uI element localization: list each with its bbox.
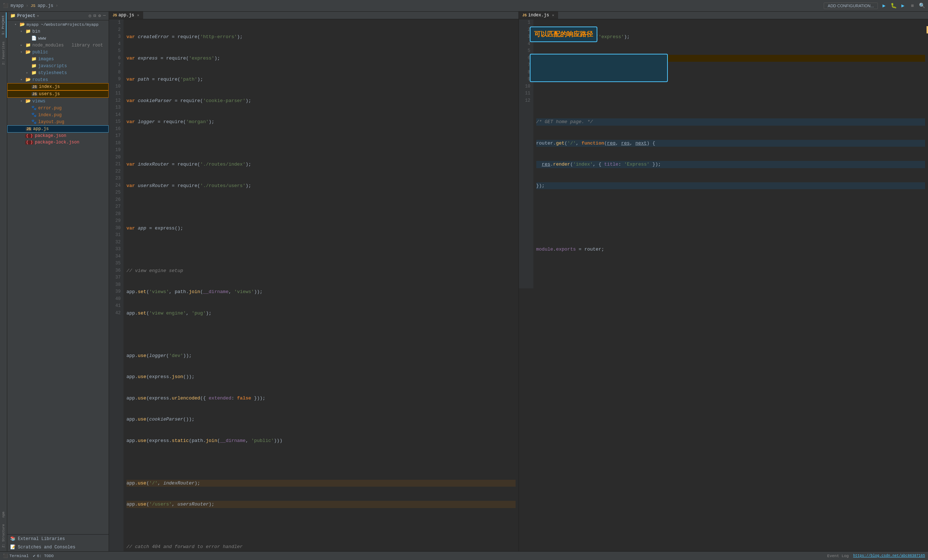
sidebar-item-javascripts[interactable]: ▾ 📁 javascripts [7, 62, 108, 69]
sidebar-item-www[interactable]: ▾ 📄 www [7, 35, 108, 42]
right-code-editor[interactable]: 可以匹配的响应路径 123456789101112 var express = … [519, 19, 928, 551]
label-package-json: package.json [35, 133, 66, 138]
js-icon-usersjs: JS [32, 92, 37, 96]
todo-label: 6: TODO [37, 554, 53, 558]
sidebar-item-images[interactable]: ▾ 📁 images [7, 56, 108, 62]
project-icon: ⬛ [3, 3, 8, 8]
label-index-js: index.js [39, 84, 60, 89]
code-line-24 [127, 522, 516, 530]
sidebar-item-app-js[interactable]: ▾ JS app.js [7, 125, 108, 132]
json-icon-pkg: { } [26, 134, 34, 138]
label-scratches: Scratches and Consoles [18, 545, 75, 550]
left-tab-appjs[interactable]: JS app.js ✕ [109, 12, 143, 19]
sidebar-item-routes[interactable]: ▾ 📂 routes [7, 76, 108, 83]
sidebar-item-package-lock-json[interactable]: ▾ { } package-lock.json [7, 139, 108, 146]
left-tab-close[interactable]: ✕ [137, 13, 139, 17]
r-code-line-2: var router = express.Router(); [536, 55, 925, 62]
sidebar-item-views[interactable]: ▾ 📂 views [7, 98, 108, 105]
add-config-button[interactable]: ADD CONFIGURATION... [824, 3, 878, 9]
left-pane-tabs: JS app.js ✕ [109, 12, 519, 19]
collapse-icon[interactable]: ⊟ [93, 13, 96, 18]
npm-tab[interactable]: npm [1, 509, 6, 520]
favorites-tab[interactable]: 2: Favorites [1, 38, 6, 68]
breadcrumb-appjs[interactable]: app.js [37, 3, 53, 8]
folder-icon: 📁 [10, 13, 15, 18]
code-line-2: var express = require('express'); [127, 55, 516, 62]
folder-icon-node-modules: 📁 [26, 43, 31, 48]
label-javascripts: javascripts [38, 64, 67, 68]
label-layout-pug: layout.pug [38, 119, 64, 125]
left-code-content[interactable]: var createError = require('http-errors')… [124, 19, 519, 551]
r-code-line-3 [536, 76, 925, 83]
debug-icon[interactable]: 🐛 [890, 3, 897, 9]
code-line-17: app.use(express.json()); [127, 373, 516, 380]
left-code-lines: 1234567891011121314151617181920212223242… [109, 19, 519, 551]
sidebar-title-label: Project [17, 14, 35, 18]
settings-icon[interactable]: ⚙ [98, 13, 101, 18]
code-line-6 [127, 140, 516, 147]
r-code-line-12 [536, 267, 925, 275]
search-icon[interactable]: 🔍 [919, 3, 925, 9]
folder-icon-routes: 📂 [26, 77, 31, 82]
file-icon-appjs: JS [31, 4, 35, 8]
dropdown-icon[interactable]: ▾ [37, 14, 39, 18]
sidebar-item-node-modules[interactable]: ▸ 📁 node_modules library root [7, 42, 108, 49]
terminal-icon: ⬛ [3, 554, 8, 558]
run-icon[interactable]: ▶ [881, 3, 887, 9]
code-line-9 [127, 203, 516, 211]
structure-tab[interactable]: Z: Structure [1, 521, 6, 551]
code-line-5: var logger = require('morgan'); [127, 119, 516, 126]
label-error-pug: error.pug [38, 106, 62, 111]
locate-icon[interactable]: ◎ [89, 13, 91, 18]
sidebar-item-layout-pug[interactable]: ▾ 🐾 layout.pug [7, 119, 108, 125]
sidebar-item-scratches[interactable]: 📝 Scratches and Consoles [7, 543, 108, 551]
stop-icon[interactable]: ■ [909, 3, 916, 9]
folder-icon-stylesheets: 📁 [31, 70, 37, 76]
pug-icon-index: 🐾 [31, 112, 37, 118]
r-code-line-6: router.get('/', function(req, res, next)… [536, 140, 925, 147]
sidebar-icons: ◎ ⊟ ⚙ — [89, 13, 106, 18]
sidebar-header: 📁 Project ▾ ◎ ⊟ ⚙ — [7, 12, 108, 20]
sidebar-item-error-pug[interactable]: ▾ 🐾 error.pug [7, 105, 108, 111]
right-code-content[interactable]: var express = require('express'); var ro… [533, 19, 928, 288]
code-line-15 [127, 331, 516, 338]
breadcrumb-sep2: › [56, 3, 58, 8]
project-label[interactable]: myapp [11, 3, 24, 8]
sidebar-item-myapp[interactable]: ▾ 📂 myapp ~/WebstormProjects/myapp [7, 21, 108, 28]
todo-button[interactable]: ✔ 6: TODO [33, 554, 54, 558]
url-link[interactable]: https://blog.csdn.net/abc86387165 [853, 554, 925, 558]
r-code-line-7: res.render('index', { title: 'Express' }… [536, 161, 925, 168]
code-line-14: app.set('view engine', 'pug'); [127, 310, 516, 317]
editor-area: JS app.js ✕ 1234567891011121314151617181… [109, 12, 928, 551]
sidebar-item-users-js[interactable]: ▾ JS users.js [7, 90, 108, 98]
minimize-icon[interactable]: — [103, 13, 106, 18]
terminal-button[interactable]: ⬛ Terminal [3, 554, 29, 558]
sidebar-item-external-libraries[interactable]: 📚 External Libraries [7, 534, 108, 543]
run-coverage-icon[interactable]: ▶ [900, 3, 906, 9]
folder-icon-bin: 📁 [26, 29, 31, 34]
left-tab-appjs-label: app.js [119, 13, 134, 18]
label-package-lock-json: package-lock.json [35, 140, 79, 145]
code-line-22: app.use('/', indexRouter); [127, 480, 516, 487]
sidebar-item-public[interactable]: ▾ 📂 public [7, 49, 108, 56]
js-tab-icon-indexjs: JS [522, 14, 527, 17]
event-log-button[interactable]: Event Log [827, 554, 849, 558]
right-tab-close[interactable]: ✕ [552, 13, 554, 17]
r-code-line-11: module.exports = router; [536, 246, 925, 253]
label-node-modules: node_modules library root [32, 43, 103, 48]
left-code-editor[interactable]: 1234567891011121314151617181920212223242… [109, 19, 519, 551]
arrow-bin: ▾ [20, 29, 24, 33]
breadcrumb-sep1: › [26, 3, 28, 8]
r-code-line-5: /* GET home page. */ [536, 119, 925, 126]
bottom-bar-left: ⬛ Terminal ✔ 6: TODO [3, 554, 54, 558]
project-tab[interactable]: 1: Project [1, 12, 6, 38]
sidebar-item-stylesheets[interactable]: ▸ 📁 stylesheets [7, 69, 108, 76]
sidebar-item-index-js[interactable]: ▾ JS index.js [7, 83, 108, 90]
todo-icon: ✔ [33, 554, 36, 558]
sidebar-item-package-json[interactable]: ▾ { } package.json [7, 132, 108, 139]
arrow-public: ▾ [20, 50, 24, 54]
sidebar-item-index-pug[interactable]: ▾ 🐾 index.pug [7, 111, 108, 119]
folder-icon-public: 📂 [26, 49, 31, 55]
sidebar-item-bin[interactable]: ▾ 📁 bin [7, 28, 108, 35]
right-tab-indexjs[interactable]: JS index.js ✕ [519, 12, 559, 19]
